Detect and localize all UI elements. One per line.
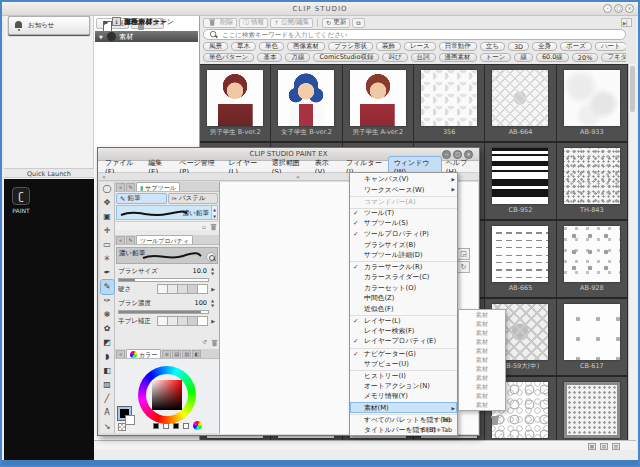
tag-button[interactable]: 全身 xyxy=(532,42,557,51)
collapse-center-icon[interactable]: « xyxy=(296,173,300,181)
marker-tool[interactable]: ✑ xyxy=(101,294,114,308)
new-subtool-icon[interactable]: ▫ xyxy=(202,223,206,230)
color-wheel-icon[interactable] xyxy=(193,421,202,430)
expander-right-icon[interactable]: ▶ xyxy=(104,19,109,25)
tag-button[interactable]: 20% xyxy=(572,53,598,62)
tag-button[interactable]: ポーズ xyxy=(560,42,592,51)
scroll-arrows[interactable]: ▲▼ xyxy=(211,206,217,219)
duplicate-view-button[interactable]: ⧉ xyxy=(352,18,364,28)
material-submenu-item[interactable]: 素材 xyxy=(459,311,505,320)
decoration-tool[interactable]: ✿ xyxy=(101,322,114,336)
window-menu-item[interactable]: サブビュー(U) xyxy=(350,358,457,369)
approx-color-tab[interactable]: ◧ xyxy=(192,350,201,358)
collapse-icon[interactable]: « xyxy=(116,350,125,358)
window-menu-item[interactable]: ✓ ツールプロパティ(P) xyxy=(350,229,457,240)
panel-toggle-icon[interactable]: ▶▏ xyxy=(621,18,632,27)
window-menu-item[interactable]: カラースライダー(C) xyxy=(350,272,457,283)
delete-material-button[interactable]: 削除 xyxy=(203,18,237,28)
window-menu-item[interactable]: ✓ サブツール(S) xyxy=(350,218,457,229)
tree-item[interactable]: ▶ ダウンロード xyxy=(104,16,198,27)
maximize-icon[interactable]: □ xyxy=(614,4,623,13)
tag-button[interactable]: 60.0線 xyxy=(536,53,569,62)
material-cell[interactable]: 356 xyxy=(414,65,485,143)
material-submenu-item[interactable]: 素材 xyxy=(459,401,505,410)
window-menu-item[interactable]: カラーセット(O) xyxy=(350,282,457,293)
trash-icon[interactable] xyxy=(490,415,501,426)
saturation-value-box[interactable] xyxy=(152,380,182,410)
frame-tool[interactable]: ▣ xyxy=(101,210,114,224)
material-submenu-item[interactable]: 素材 xyxy=(459,374,505,383)
hand-tool[interactable]: ✥ xyxy=(101,196,114,210)
refresh-button[interactable]: ↻更新 xyxy=(322,18,350,28)
auto-select-tool[interactable]: ✳ xyxy=(101,252,114,266)
selection-tool[interactable]: ▭ xyxy=(101,238,114,252)
material-cell[interactable]: CB-617 xyxy=(557,299,628,377)
tag-button[interactable]: 台詞 xyxy=(411,53,436,62)
window-menu-item[interactable]: コマンドバー(A) xyxy=(350,196,457,207)
tool-property-tab[interactable]: ツールプロパティ xyxy=(136,235,193,244)
subtool-item-dark-pencil[interactable]: 濃い鉛筆 ▲▼ xyxy=(116,205,218,220)
trash-icon[interactable] xyxy=(210,223,215,229)
collapse-icon[interactable]: « xyxy=(116,236,125,244)
color-chip[interactable] xyxy=(173,423,179,429)
material-submenu-item[interactable]: 素材 xyxy=(459,356,505,365)
brush-density-slider[interactable] xyxy=(118,310,209,314)
material-submenu-item[interactable]: 素材 xyxy=(459,347,505,356)
minimize-icon[interactable]: – xyxy=(603,4,612,13)
collapse-left-icon[interactable]: « xyxy=(102,173,106,181)
blend-tool[interactable]: ◗ xyxy=(101,350,114,364)
material-submenu-item[interactable]: 素材 xyxy=(459,365,505,374)
scrollbar-thumb[interactable] xyxy=(630,66,635,112)
window-menu-item[interactable]: オートアクション(N) xyxy=(350,380,457,391)
window-menu-item[interactable]: 中間色(Z) xyxy=(350,293,457,304)
mid-color-tab[interactable]: ▨ xyxy=(182,350,191,358)
color-chip[interactable] xyxy=(183,423,189,429)
search-input[interactable] xyxy=(222,31,621,39)
material-submenu-item[interactable]: 素材 xyxy=(459,329,505,338)
material-cell[interactable]: AB-664 xyxy=(485,65,556,143)
material-cell[interactable]: CB-952 xyxy=(485,143,556,221)
transparent-color-swatch[interactable] xyxy=(118,423,126,431)
color-chip[interactable] xyxy=(163,423,169,429)
window-menu-item[interactable]: ワークスペース(W) ▶ xyxy=(350,185,457,196)
pastel-group-tab[interactable]: ✑パステル xyxy=(168,193,219,204)
tag-button[interactable]: 3D xyxy=(508,42,529,51)
tag-button[interactable]: 線 xyxy=(514,53,533,62)
material-submenu-item[interactable]: 素材 xyxy=(459,338,505,347)
close-icon[interactable]: × xyxy=(625,4,634,13)
hardness-segments[interactable] xyxy=(158,284,208,294)
magnifier-icon[interactable] xyxy=(206,252,216,262)
material-cell[interactable]: AB-665 xyxy=(485,221,556,299)
grid-scrollbar[interactable] xyxy=(628,64,636,440)
tag-button[interactable]: 基本 xyxy=(257,53,282,62)
pen-tool[interactable]: ✒ xyxy=(101,266,114,280)
figure-tool[interactable]: ╱ xyxy=(101,392,114,406)
subtool-tab[interactable]: ▮サブツール xyxy=(136,182,180,191)
window-menu-item[interactable]: ✓ レイヤープロパティ(E) xyxy=(350,336,457,347)
expand-palette-icon[interactable]: ◲ xyxy=(457,248,470,260)
tag-button[interactable]: 漫画素材 xyxy=(439,53,477,62)
tag-button[interactable]: 万線 xyxy=(285,53,310,62)
fill-tool[interactable]: ◧ xyxy=(101,364,114,378)
collapse-icon[interactable]: « xyxy=(116,183,125,191)
window-menu-item[interactable]: ヒストリー(I) xyxy=(350,370,457,381)
tag-button[interactable]: トーン xyxy=(480,53,512,62)
tag-button[interactable]: 装飾 xyxy=(376,42,401,51)
color-circle-tab[interactable]: カラー xyxy=(126,349,161,358)
spinner-icon[interactable]: ▲▼ xyxy=(211,266,214,276)
spinner-icon[interactable]: ▲▼ xyxy=(211,298,214,308)
sub-color-swatch[interactable] xyxy=(125,415,135,425)
paint-app-icon[interactable]: ʗ xyxy=(12,187,30,205)
window-menu-item[interactable]: ✓ ナビゲーター(G) xyxy=(350,348,457,359)
brush-size-value[interactable]: 10.0 xyxy=(193,267,207,275)
tag-button[interactable]: 日常動作 xyxy=(439,42,477,51)
material-submenu-item[interactable]: 素材 xyxy=(459,383,505,392)
window-menu-item[interactable]: すべてのパレットを隠す(H) Tab xyxy=(350,414,457,425)
rotate-reset-icon[interactable]: ↻ xyxy=(457,261,470,273)
pencil-tool[interactable]: ✎ xyxy=(101,280,114,294)
window-menu-item[interactable]: ✓ カラーサークル(R) xyxy=(350,261,457,272)
window-menu-item[interactable]: タイトルバーを隠す(S) Shift+Tab xyxy=(350,425,457,436)
pencil-group-tab[interactable]: ✎鉛筆 xyxy=(116,193,167,204)
tree-root-material[interactable]: ▼ 素材 xyxy=(95,31,198,42)
material-cell[interactable]: TH-843 xyxy=(557,143,628,221)
